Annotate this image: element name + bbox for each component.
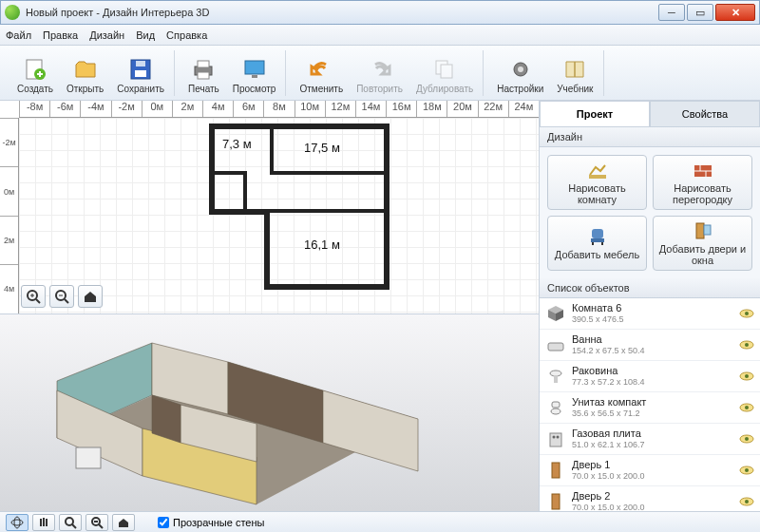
print-button[interactable]: Печать — [186, 55, 221, 96]
transparent-walls-checkbox[interactable]: Прозрачные стены — [158, 517, 264, 528]
svg-rect-8 — [245, 61, 264, 74]
side-panel: Проект Свойства Дизайн Нарисовать комнат… — [540, 101, 760, 511]
zoom-3d-button[interactable] — [59, 514, 82, 531]
object-dims: 70.0 x 15.0 x 200.0 — [572, 503, 733, 511]
transparent-walls-input[interactable] — [158, 517, 169, 528]
gear-icon — [508, 57, 533, 82]
settings-label: Настройки — [497, 84, 543, 94]
svg-point-50 — [557, 435, 560, 438]
svg-point-52 — [745, 437, 749, 441]
book-icon — [562, 57, 587, 82]
new-file-icon — [23, 57, 48, 82]
folder-open-icon — [73, 57, 98, 82]
undo-button[interactable]: Отменить — [297, 55, 345, 96]
object-list-item[interactable]: Комната 6390.5 x 476.5 — [540, 298, 760, 330]
object-name: Газовая плита — [572, 428, 733, 440]
orbit-button[interactable] — [6, 514, 28, 531]
tutorial-button[interactable]: Учебник — [555, 55, 595, 96]
svg-rect-56 — [552, 494, 560, 509]
menu-file[interactable]: Файл — [6, 29, 31, 41]
object-name: Ванна — [572, 333, 733, 346]
object-list-item[interactable]: Газовая плита51.0 x 62.1 x 106.7 — [540, 424, 760, 455]
object-dims: 77.3 x 57.2 x 108.4 — [572, 377, 733, 388]
visibility-toggle-icon[interactable] — [739, 495, 754, 508]
svg-point-55 — [745, 468, 749, 472]
menu-help[interactable]: Справка — [166, 29, 207, 41]
object-list-item[interactable]: Унитаз компакт35.6 x 56.5 x 71.2 — [540, 392, 760, 424]
tab-properties[interactable]: Свойства — [650, 101, 760, 126]
add-doors-label: Добавить двери и окна — [654, 243, 751, 266]
object-name: Раковина — [572, 365, 733, 377]
object-list-item[interactable]: Дверь 270.0 x 15.0 x 200.0 — [540, 486, 760, 511]
minimize-button[interactable]: ─ — [658, 4, 685, 21]
visibility-toggle-icon[interactable] — [739, 464, 754, 477]
object-list-item[interactable]: Дверь 170.0 x 15.0 x 200.0 — [540, 455, 760, 486]
duplicate-label: Дублировать — [416, 84, 473, 94]
svg-point-47 — [745, 406, 749, 409]
svg-rect-48 — [550, 433, 561, 446]
object-list-item[interactable]: Ванна154.2 x 67.5 x 50.4 — [540, 330, 760, 361]
draw-partition-button[interactable]: Нарисовать перегородку — [653, 155, 752, 210]
home-3d-button[interactable] — [112, 514, 135, 531]
svg-rect-37 — [548, 343, 563, 351]
section-objects-header: Список объектов — [540, 278, 760, 298]
svg-point-49 — [553, 435, 556, 438]
visibility-toggle-icon[interactable] — [739, 370, 754, 383]
svg-rect-41 — [554, 375, 558, 383]
save-button[interactable]: Сохранить — [115, 55, 166, 96]
svg-rect-30 — [696, 223, 704, 238]
draw-room-button[interactable]: Нарисовать комнату — [547, 155, 647, 210]
add-doors-button[interactable]: Добавить двери и окна — [653, 216, 752, 271]
visibility-toggle-icon[interactable] — [739, 432, 754, 446]
ruler-vertical: -2м0м2м4м — [0, 118, 19, 314]
fit-3d-button[interactable] — [86, 514, 108, 531]
create-button[interactable]: Создать — [15, 55, 55, 96]
menu-bar: Файл Правка Дизайн Вид Справка — [0, 25, 760, 46]
visibility-toggle-icon[interactable] — [739, 307, 754, 320]
svg-rect-3 — [135, 70, 146, 77]
preview-button[interactable]: Просмотр — [231, 55, 278, 96]
svg-rect-31 — [704, 225, 711, 235]
zoom-in-button[interactable] — [21, 285, 46, 308]
visibility-toggle-icon[interactable] — [739, 401, 754, 414]
settings-button[interactable]: Настройки — [495, 55, 545, 96]
object-name: Унитаз компакт — [572, 396, 733, 408]
object-dims: 35.6 x 56.5 x 71.2 — [572, 408, 733, 419]
tutorial-label: Учебник — [557, 84, 593, 94]
plan-2d-view[interactable]: -8м-6м-4м-2м0м2м4м6м8м10м12м14м16м18м20м… — [0, 101, 539, 314]
menu-view[interactable]: Вид — [136, 29, 155, 41]
object-list[interactable]: Комната 6390.5 x 476.5Ванна154.2 x 67.5 … — [540, 298, 760, 511]
view-3d[interactable] — [0, 314, 539, 511]
draw-room-label: Нарисовать комнату — [548, 182, 646, 205]
iso-render — [38, 324, 437, 509]
object-thumb-icon — [545, 428, 566, 449]
close-button[interactable]: ✕ — [715, 4, 755, 21]
duplicate-icon — [432, 57, 457, 82]
draw-partition-label: Нарисовать перегородку — [654, 182, 751, 205]
save-label: Сохранить — [117, 84, 164, 94]
room-icon — [587, 160, 608, 180]
print-label: Печать — [188, 84, 219, 94]
maximize-button[interactable]: ▭ — [687, 4, 713, 21]
svg-rect-25 — [76, 447, 101, 468]
svg-rect-7 — [198, 72, 209, 79]
room-area-3: 16,1 м — [304, 238, 340, 252]
svg-point-36 — [745, 312, 749, 315]
window-title: Новый проект - Дизайн Интерьера 3D — [26, 7, 658, 18]
menu-design[interactable]: Дизайн — [89, 29, 124, 41]
visibility-toggle-icon[interactable] — [739, 338, 754, 352]
home-view-button[interactable] — [78, 285, 103, 308]
duplicate-button[interactable]: Дублировать — [414, 55, 475, 96]
menu-edit[interactable]: Правка — [43, 29, 78, 41]
add-furniture-button[interactable]: Добавить мебель — [547, 216, 647, 271]
pan-button[interactable] — [32, 514, 55, 531]
add-furniture-label: Добавить мебель — [555, 249, 639, 260]
redo-button[interactable]: Повторить — [354, 55, 405, 96]
undo-label: Отменить — [299, 84, 343, 94]
zoom-out-button[interactable] — [49, 285, 74, 308]
open-button[interactable]: Открыть — [65, 55, 105, 96]
object-list-item[interactable]: Раковина77.3 x 57.2 x 108.4 — [540, 361, 760, 392]
object-dims: 70.0 x 15.0 x 200.0 — [572, 471, 733, 482]
title-bar: Новый проект - Дизайн Интерьера 3D ─ ▭ ✕ — [0, 0, 760, 25]
tab-project[interactable]: Проект — [540, 101, 650, 126]
